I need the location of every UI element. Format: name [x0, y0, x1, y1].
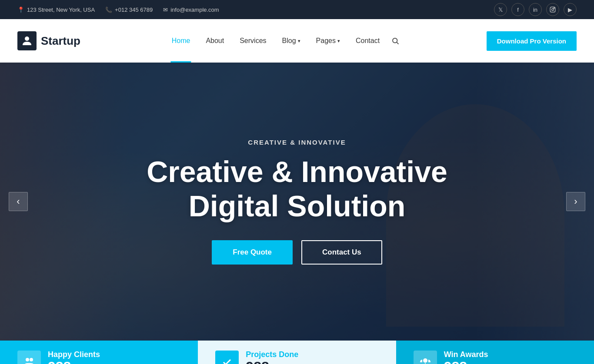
- youtube-link[interactable]: ▶: [564, 3, 577, 16]
- win-awards-label: Win Awards: [444, 350, 488, 359]
- phone-icon: 📞: [105, 7, 112, 13]
- download-pro-button[interactable]: Download Pro Version: [487, 31, 577, 51]
- svg-point-1: [552, 9, 554, 11]
- top-bar-phone: 📞 +012 345 6789: [105, 7, 153, 13]
- facebook-link[interactable]: f: [511, 3, 524, 16]
- nav-services[interactable]: Services: [232, 19, 274, 63]
- hero-buttons: Free Quote Contact Us: [147, 240, 447, 265]
- stat-projects-done: Projects Done 988: [198, 341, 396, 364]
- top-bar-email: ✉ info@example.com: [163, 7, 219, 13]
- happy-clients-icon: [17, 351, 41, 364]
- logo[interactable]: Startup: [17, 31, 80, 50]
- projects-done-label: Projects Done: [246, 350, 298, 359]
- nav-contact[interactable]: Contact: [348, 19, 387, 63]
- email-icon: ✉: [163, 7, 168, 13]
- svg-point-3: [25, 36, 29, 41]
- win-awards-number: 988: [444, 359, 488, 364]
- top-bar-contact: 📍 123 Street, New York, USA 📞 +012 345 6…: [17, 7, 219, 13]
- nav-about[interactable]: About: [198, 19, 232, 63]
- stat-win-awards: Win Awards 988: [396, 341, 594, 364]
- happy-clients-label: Happy Clients: [48, 350, 100, 359]
- pages-dropdown-arrow: ▾: [337, 38, 340, 44]
- linkedin-link[interactable]: in: [529, 3, 542, 16]
- hero-title-line2: Digital Solution: [189, 189, 406, 222]
- svg-line-5: [397, 42, 398, 44]
- top-bar-address: 📍 123 Street, New York, USA: [17, 7, 95, 13]
- blog-dropdown-arrow: ▾: [298, 38, 300, 44]
- nav-pages[interactable]: Pages ▾: [308, 19, 348, 63]
- stats-bar: Happy Clients 988 Projects Done 988 Win …: [0, 341, 594, 364]
- svg-point-8: [423, 358, 427, 363]
- nav-blog[interactable]: Blog ▾: [274, 19, 308, 63]
- slider-prev-button[interactable]: ‹: [9, 192, 28, 211]
- nav-home[interactable]: Home: [164, 19, 198, 63]
- svg-point-4: [393, 38, 397, 43]
- projects-done-number: 988: [246, 359, 298, 364]
- logo-text: Startup: [41, 34, 80, 48]
- twitter-link[interactable]: 𝕏: [494, 3, 507, 16]
- top-bar: 📍 123 Street, New York, USA 📞 +012 345 6…: [0, 0, 594, 19]
- projects-done-icon: [215, 351, 239, 364]
- hero-title-line1: Creative & Innovative: [147, 155, 447, 188]
- search-button[interactable]: [387, 33, 403, 49]
- stat-happy-clients: Happy Clients 988: [0, 341, 198, 364]
- free-quote-button[interactable]: Free Quote: [212, 240, 293, 265]
- svg-point-2: [554, 8, 554, 9]
- main-nav: Home About Services Blog ▾ Pages ▾ Conta…: [164, 19, 403, 63]
- slider-next-button[interactable]: ›: [566, 192, 585, 211]
- happy-clients-number: 988: [48, 359, 100, 364]
- header: Startup Home About Services Blog ▾ Pages…: [0, 19, 594, 63]
- svg-point-7: [30, 358, 33, 361]
- instagram-link[interactable]: [546, 3, 559, 16]
- hero-section: ‹ CREATIVE & INNOVATIVE Creative & Innov…: [0, 63, 594, 341]
- hero-subtitle: CREATIVE & INNOVATIVE: [147, 139, 447, 146]
- location-icon: 📍: [17, 7, 24, 13]
- logo-icon: [17, 31, 37, 50]
- hero-title: Creative & Innovative Digital Solution: [147, 155, 447, 222]
- svg-point-6: [26, 358, 29, 361]
- win-awards-icon: [414, 351, 437, 364]
- hero-content: CREATIVE & INNOVATIVE Creative & Innovat…: [138, 139, 456, 264]
- social-links: 𝕏 f in ▶: [494, 3, 577, 16]
- contact-us-button[interactable]: Contact Us: [301, 240, 382, 265]
